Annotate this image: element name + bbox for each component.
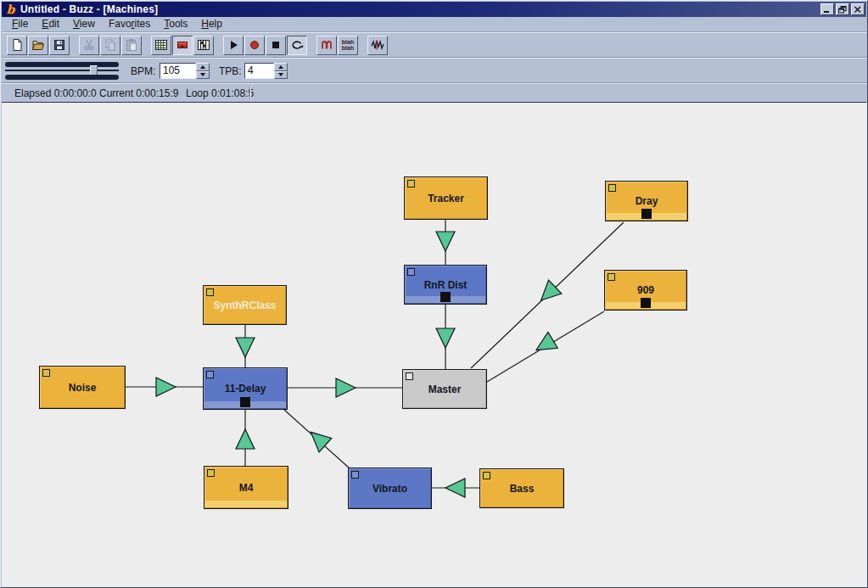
volume-arrow[interactable] [236, 338, 255, 357]
machine-dray[interactable]: Dray [605, 181, 688, 221]
blah-blah-icon: blahblah [342, 39, 354, 51]
toolbar-group [79, 36, 142, 55]
restore-button[interactable] [836, 3, 849, 15]
toolbar-group [7, 36, 70, 55]
bpm-spinner: 105 [160, 63, 210, 79]
open-folder-icon [31, 38, 45, 52]
play-button[interactable] [223, 36, 244, 55]
minimize-icon [823, 2, 832, 17]
window-title: Untitled - Buzz - [Machines] [20, 2, 820, 17]
menu-favorites[interactable]: Favorites [102, 17, 157, 31]
loop-time: Loop 0:01:08:5 [186, 84, 254, 103]
stop-button[interactable] [266, 36, 286, 55]
volume-arrow[interactable] [156, 378, 176, 396]
machine-bass[interactable]: Bass [479, 468, 564, 508]
loop-arrows-icon [290, 38, 304, 52]
waveform-icon [371, 38, 384, 52]
machine-m4[interactable]: M4 [204, 466, 288, 509]
volume-arrow[interactable] [436, 232, 455, 251]
volume-arrow[interactable] [336, 378, 356, 397]
bpm-up-button[interactable] [196, 63, 210, 71]
volume-arrow[interactable] [236, 429, 255, 449]
volume-arrow[interactable] [436, 328, 455, 348]
elapsed-time: Elapsed 0:00:00:0 [14, 84, 97, 103]
close-icon [854, 2, 862, 17]
menu-file[interactable]: File [5, 17, 35, 31]
machine-mute-square[interactable] [641, 209, 652, 219]
machine-label: SynthRClass [204, 286, 286, 324]
new-button[interactable] [7, 36, 27, 55]
machine-label: Bass [480, 469, 563, 507]
record-button[interactable] [244, 36, 265, 55]
tpb-up-button[interactable] [274, 63, 288, 71]
toolbar-group [223, 36, 307, 55]
machine-mute-square[interactable] [641, 298, 651, 308]
machine-noise[interactable]: Noise [39, 366, 126, 409]
machine-label: Vibrato [349, 468, 431, 508]
up-arrow-icon [278, 65, 283, 69]
bpm-down-button[interactable] [196, 71, 210, 80]
toolbar-group: blahblah [316, 36, 358, 55]
restore-icon [838, 2, 847, 17]
loop-button[interactable] [287, 36, 307, 55]
new-doc-icon [10, 38, 24, 52]
pattern-editor-button[interactable] [151, 36, 171, 55]
tpb-label: TPB: [219, 59, 242, 84]
paste-button[interactable] [121, 36, 142, 55]
red-machine-box-icon [176, 38, 189, 52]
up-arrow-icon [200, 65, 205, 69]
sequence-grid-icon [197, 38, 210, 52]
slider-track[interactable] [5, 70, 119, 71]
record-icon [248, 38, 261, 52]
machine-view-button[interactable] [172, 36, 193, 55]
machine-mute-square[interactable] [440, 292, 451, 302]
copy-button[interactable] [100, 36, 120, 55]
tpb-input[interactable]: 4 [244, 63, 274, 79]
machine-909[interactable]: 909 [604, 270, 687, 311]
volume-arrow[interactable] [445, 479, 465, 497]
machine-mute-square[interactable] [240, 397, 250, 407]
pattern-grid-icon [154, 38, 168, 52]
tpb-down-button[interactable] [274, 71, 288, 80]
menu-view[interactable]: View [66, 17, 102, 31]
copy-icon [104, 38, 117, 52]
machine-vibrato[interactable]: Vibrato [348, 468, 432, 509]
scissors-icon [82, 38, 96, 52]
app-logo-icon: b [4, 3, 17, 15]
machine-master[interactable]: Master [402, 369, 487, 409]
volume-arrow[interactable] [531, 332, 557, 358]
machine-label: Noise [40, 367, 125, 408]
machine-rnr-dist[interactable]: RnR Dist [404, 265, 487, 305]
bpm-input[interactable]: 105 [160, 63, 196, 79]
buzz-window: b Untitled - Buzz - [Machines] FileEditV… [0, 0, 868, 588]
machines-canvas[interactable]: TrackerDray909RnR DistSynthRClassNoise11… [2, 103, 868, 588]
toolbar: blahblah [2, 32, 866, 58]
minimize-button[interactable] [820, 3, 834, 15]
sequence-editor-button[interactable] [193, 36, 214, 55]
song-info-button[interactable]: blahblah [338, 36, 358, 55]
open-button[interactable] [28, 36, 48, 55]
menu-tools[interactable]: Tools [157, 17, 194, 31]
title-bar[interactable]: b Untitled - Buzz - [Machines] [2, 2, 866, 17]
stop-icon [269, 38, 283, 52]
close-button[interactable] [851, 3, 865, 15]
floppy-icon [53, 38, 66, 52]
machine-tracker[interactable]: Tracker [404, 176, 488, 220]
cut-button[interactable] [79, 36, 99, 55]
loop-editor-button[interactable] [316, 36, 337, 55]
toolbar-group [151, 36, 214, 55]
wavetable-button[interactable] [367, 36, 388, 55]
menu-bar: FileEditViewFavoritesToolsHelp [2, 17, 866, 32]
transport-bar: BPM: 105 TPB: 4 [2, 58, 866, 83]
lower-slider-bar[interactable] [5, 75, 119, 80]
menu-help[interactable]: Help [194, 17, 229, 31]
status-bar: Elapsed 0:00:00:0 Current 0:00:15:9 Loop… [2, 83, 866, 103]
menu-edit[interactable]: Edit [35, 17, 66, 31]
machine-label: Master [403, 370, 486, 408]
upper-slider-bar[interactable] [5, 62, 119, 67]
current-time: Current 0:00:15:9 [99, 84, 178, 103]
machine-11-delay[interactable]: 11-Delay [203, 367, 288, 410]
tpb-spinner: 4 [244, 63, 288, 79]
save-button[interactable] [49, 36, 70, 55]
machine-synthrclass[interactable]: SynthRClass [203, 285, 287, 325]
